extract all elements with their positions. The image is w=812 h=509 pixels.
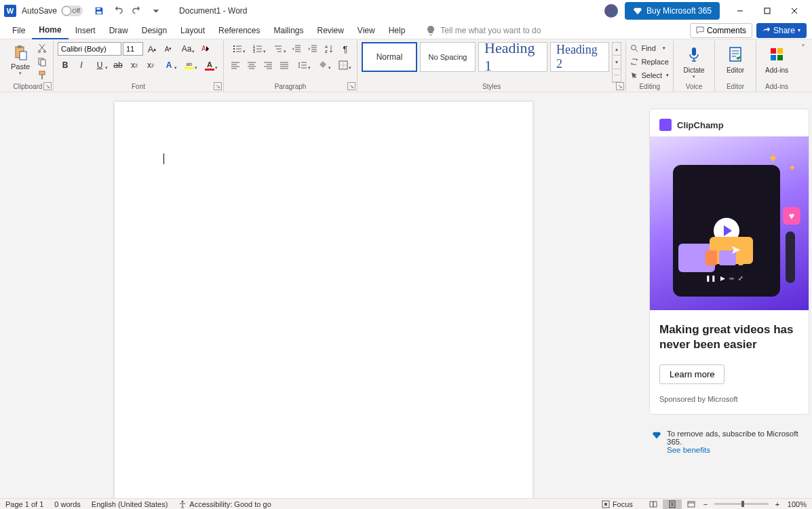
- read-mode-button[interactable]: [644, 499, 663, 509]
- borders-button[interactable]: [334, 58, 353, 72]
- tab-home[interactable]: Home: [32, 22, 68, 39]
- clear-formatting-button[interactable]: A: [197, 42, 212, 56]
- web-layout-button[interactable]: [682, 499, 701, 509]
- font-size-combo[interactable]: [123, 42, 143, 56]
- zoom-in-button[interactable]: +: [773, 500, 782, 508]
- styles-gallery-more[interactable]: ▴▾⋯: [612, 42, 622, 83]
- cut-button[interactable]: [35, 42, 49, 54]
- status-language[interactable]: English (United States): [92, 500, 168, 508]
- strikethrough-button[interactable]: ab: [111, 58, 125, 72]
- tab-review[interactable]: Review: [311, 22, 351, 39]
- superscript-button[interactable]: x2: [143, 58, 158, 72]
- save-button[interactable]: [91, 3, 107, 19]
- redo-button[interactable]: [129, 3, 145, 19]
- find-button[interactable]: Find▾: [630, 42, 669, 54]
- zoom-slider[interactable]: [714, 503, 769, 505]
- format-painter-button[interactable]: [35, 69, 49, 81]
- increase-font-size-button[interactable]: A▴: [144, 42, 159, 56]
- underline-button[interactable]: U: [90, 58, 109, 72]
- tab-design[interactable]: Design: [135, 22, 174, 39]
- group-voice: Dictate ▾ Voice: [674, 41, 715, 92]
- document-page[interactable]: [115, 102, 533, 498]
- ad-learn-more-button[interactable]: Learn more: [659, 364, 724, 384]
- tab-draw[interactable]: Draw: [102, 22, 135, 39]
- tell-me-search[interactable]: Tell me what you want to do: [425, 25, 541, 36]
- numbering-button[interactable]: 123: [248, 42, 267, 56]
- buy-microsoft-365-button[interactable]: Buy Microsoft 365: [625, 2, 720, 20]
- ad-card: ClipChamp ✦ ✦ ❚❚▶⤢ ➤ ♥: [649, 109, 809, 415]
- increase-indent-button[interactable]: [305, 42, 320, 56]
- highlight-color-button[interactable]: ab: [180, 58, 199, 72]
- autosave-toggle[interactable]: Off: [61, 5, 83, 16]
- status-page[interactable]: Page 1 of 1: [5, 500, 43, 508]
- focus-mode-button[interactable]: Focus: [602, 500, 633, 508]
- sort-button[interactable]: AZ: [322, 42, 336, 56]
- status-accessibility[interactable]: Accessibility: Good to go: [178, 500, 271, 508]
- addins-button[interactable]: Add-ins: [760, 42, 793, 83]
- see-benefits-link[interactable]: See benefits: [667, 446, 710, 454]
- tab-view[interactable]: View: [351, 22, 382, 39]
- multilevel-list-button[interactable]: [269, 42, 288, 56]
- style-heading-1[interactable]: Heading 1: [478, 42, 547, 72]
- cut-icon: [37, 43, 47, 53]
- font-launcher[interactable]: ↘: [214, 82, 222, 90]
- font-color-button[interactable]: A: [200, 58, 219, 72]
- shading-button[interactable]: [313, 58, 332, 72]
- style-no-spacing[interactable]: No Spacing: [420, 42, 476, 72]
- align-right-button[interactable]: [260, 58, 275, 72]
- justify-button[interactable]: [277, 58, 292, 72]
- select-button[interactable]: Select▾: [630, 69, 669, 81]
- paragraph-launcher[interactable]: ↘: [347, 82, 355, 90]
- tab-references[interactable]: References: [212, 22, 267, 39]
- minimize-button[interactable]: [727, 1, 754, 20]
- copy-button[interactable]: [35, 56, 49, 68]
- web-layout-icon: [687, 500, 695, 508]
- style-normal[interactable]: Normal: [362, 42, 417, 72]
- style-heading-2[interactable]: Heading 2: [550, 42, 609, 72]
- share-button[interactable]: Share ▾: [756, 23, 807, 38]
- dictate-button[interactable]: Dictate ▾: [678, 42, 710, 83]
- ad-brand-row: ClipChamp: [650, 109, 809, 136]
- print-layout-button[interactable]: [663, 499, 682, 509]
- styles-launcher[interactable]: ↘: [616, 82, 624, 90]
- tab-file[interactable]: File: [5, 22, 32, 39]
- text-effects-button[interactable]: A: [159, 58, 178, 72]
- qat-customize-button[interactable]: [148, 3, 164, 19]
- svg-rect-11: [41, 75, 43, 79]
- line-spacing-button[interactable]: [293, 58, 312, 72]
- user-avatar[interactable]: [604, 4, 618, 18]
- change-case-button[interactable]: Aa: [177, 42, 196, 56]
- svg-rect-5: [20, 52, 26, 60]
- show-paragraph-marks-button[interactable]: ¶: [338, 42, 353, 56]
- italic-button[interactable]: I: [74, 58, 89, 72]
- editor-button[interactable]: Editor: [719, 42, 752, 83]
- comments-button[interactable]: Comments: [690, 23, 752, 38]
- zoom-level[interactable]: 100%: [788, 500, 807, 508]
- close-button[interactable]: [781, 1, 808, 20]
- tab-mailings[interactable]: Mailings: [267, 22, 310, 39]
- replace-button[interactable]: Replace: [630, 56, 669, 68]
- ad-hero-image: ✦ ✦ ❚❚▶⤢ ➤ ♥: [650, 136, 809, 310]
- clipboard-launcher[interactable]: ↘: [43, 82, 52, 90]
- align-center-button[interactable]: [244, 58, 259, 72]
- maximize-button[interactable]: [754, 1, 781, 20]
- outdent-icon: [292, 44, 301, 54]
- decrease-font-size-button[interactable]: A▾: [161, 42, 176, 56]
- tab-help[interactable]: Help: [382, 22, 412, 39]
- align-left-button[interactable]: [228, 58, 243, 72]
- decrease-indent-button[interactable]: [289, 42, 304, 56]
- bullets-button[interactable]: [228, 42, 247, 56]
- collapse-ribbon-button[interactable]: ˅: [797, 41, 809, 92]
- zoom-out-button[interactable]: −: [701, 500, 710, 508]
- document-scroll-area[interactable]: [0, 92, 646, 498]
- status-word-count[interactable]: 0 words: [54, 500, 81, 508]
- clipboard-group-label: Clipboard: [7, 83, 49, 92]
- align-right-icon: [263, 60, 273, 70]
- subscript-button[interactable]: x2: [127, 58, 142, 72]
- undo-button[interactable]: [110, 3, 126, 19]
- tab-insert[interactable]: Insert: [69, 22, 102, 39]
- bold-button[interactable]: B: [58, 58, 73, 72]
- paste-button[interactable]: Paste ▾: [7, 42, 34, 83]
- font-name-combo[interactable]: [58, 42, 121, 56]
- tab-layout[interactable]: Layout: [174, 22, 212, 39]
